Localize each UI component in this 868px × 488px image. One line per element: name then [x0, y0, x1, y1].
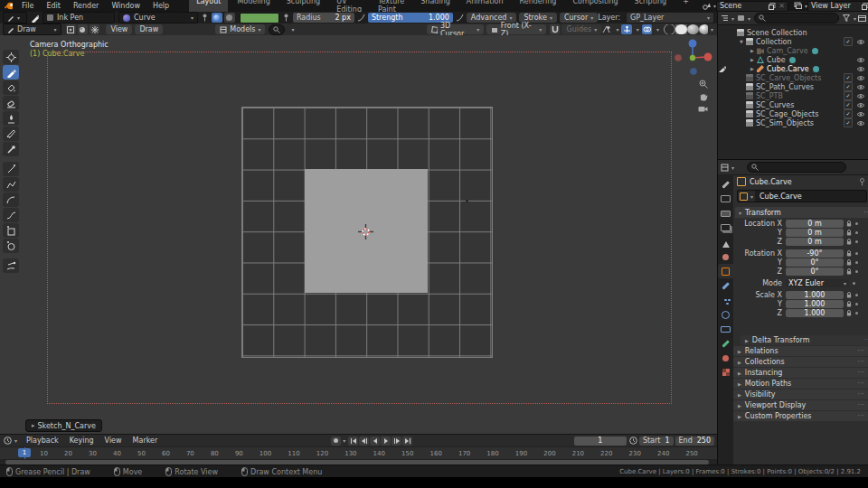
transform-value-field[interactable]: 0 m ▾: [786, 238, 844, 246]
properties-tab-texture[interactable]: [718, 365, 733, 380]
view-object-types-icon[interactable]: [601, 24, 611, 34]
mode-selector[interactable]: Draw▾: [3, 23, 61, 35]
expand-arrow[interactable]: ▼: [740, 39, 746, 44]
properties-tab-scene[interactable]: [718, 235, 733, 249]
outliner-item-label[interactable]: Cube: [767, 56, 786, 64]
properties-tab-render[interactable]: [718, 192, 733, 206]
panel-header[interactable]: ▶ Instancing: [733, 368, 868, 378]
unlink-scene-icon[interactable]: ✕: [778, 2, 785, 10]
outliner-row[interactable]: ▶ Cam_Carve ✓: [727, 46, 868, 55]
tool-interpolate[interactable]: [3, 258, 19, 273]
view-object-types-chevron[interactable]: ▾: [616, 26, 618, 33]
outliner-item-label[interactable]: SC_PTB: [756, 92, 783, 100]
properties-tab-view-layer[interactable]: [718, 221, 733, 235]
pan-view-icon[interactable]: [696, 90, 710, 102]
properties-tab-physics[interactable]: [718, 307, 733, 322]
collection-checkbox[interactable]: ✓: [844, 118, 853, 127]
panel-header[interactable]: ▶ Viewport Display: [733, 400, 868, 410]
outliner-item-label[interactable]: SC_Sim_Objects: [756, 119, 814, 127]
outliner-row[interactable]: SC_Path_Curves ✓: [727, 82, 868, 91]
snapping-icon[interactable]: [90, 24, 99, 34]
use-preview-range-icon[interactable]: [629, 436, 637, 445]
topbar-menu-item[interactable]: File: [15, 2, 40, 10]
brush-name-field[interactable]: Ink Pen: [42, 12, 115, 23]
expand-arrow[interactable]: ▶: [750, 48, 757, 53]
animate-dot[interactable]: [855, 303, 858, 305]
viewport-3d[interactable]: Camera Orthographic (1) Cube.Carve ▸ Ske…: [0, 35, 717, 434]
collection-checkbox[interactable]: ✓: [844, 82, 853, 91]
filter-chevron[interactable]: ▾: [854, 15, 856, 22]
asset-category-selector[interactable]: Models▾: [215, 24, 265, 34]
properties-tab-material[interactable]: [718, 351, 733, 365]
outliner-row[interactable]: ▼ Collection ✓: [727, 37, 868, 46]
play-button[interactable]: [381, 436, 391, 446]
timeline-editor-icon[interactable]: [4, 436, 12, 445]
transform-value-field[interactable]: 1.000 ▾: [786, 300, 844, 308]
outliner-item-label[interactable]: Scene Collection: [747, 29, 807, 37]
collection-checkbox[interactable]: ✓: [844, 73, 853, 82]
tool-line[interactable]: [3, 162, 19, 176]
outliner-item-label[interactable]: SC_Path_Curves: [756, 83, 814, 91]
tool-polyline[interactable]: [3, 177, 19, 192]
timeline-menu-item[interactable]: Keying: [64, 436, 99, 445]
blender-logo-icon[interactable]: [5, 2, 13, 10]
transform-panel-header[interactable]: ▾Transform: [735, 207, 868, 218]
previous-keyframe-button[interactable]: [359, 436, 369, 446]
panel-header[interactable]: ▶ Collections: [733, 357, 868, 367]
hide-eye-icon[interactable]: [856, 84, 865, 90]
drawing-plane-selector[interactable]: Front (X-Z)▾: [486, 24, 546, 34]
timeline-menu-item[interactable]: Playback: [21, 436, 64, 445]
hide-eye-icon[interactable]: [856, 120, 865, 127]
outliner-search-input[interactable]: [754, 13, 839, 23]
draw-menu[interactable]: Draw: [135, 24, 163, 34]
outliner-item-label[interactable]: SC_Cage_Objects: [756, 110, 818, 118]
keying-options-chevron[interactable]: ▾: [343, 437, 345, 444]
frame-start-field[interactable]: Start1: [639, 436, 674, 446]
jump-to-start-button[interactable]: [348, 436, 358, 446]
animate-dot[interactable]: [855, 312, 858, 314]
show-gizmo-chevron[interactable]: ▾: [637, 26, 639, 33]
frame-end-field[interactable]: End250: [675, 436, 714, 446]
panel-header[interactable]: ▶ Custom Properties: [733, 411, 868, 421]
tool-erase[interactable]: [3, 96, 19, 110]
collection-checkbox[interactable]: ✓: [844, 91, 853, 100]
material-selector[interactable]: Curve ▾: [118, 12, 198, 23]
hide-eye-icon[interactable]: [856, 93, 865, 99]
animate-dot[interactable]: [855, 222, 858, 225]
object-id-icon[interactable]: ▾: [738, 191, 755, 202]
new-view-layer-icon[interactable]: [862, 3, 868, 10]
outliner-scene-chevron[interactable]: ▾: [748, 15, 750, 22]
tool-fill[interactable]: [3, 80, 19, 95]
tool-draw[interactable]: [3, 65, 19, 80]
drawing-plane-icon[interactable]: [78, 24, 88, 34]
animate-dot[interactable]: [855, 231, 858, 234]
properties-tab-data[interactable]: [718, 336, 733, 351]
lock-icon[interactable]: [846, 292, 852, 298]
lock-icon[interactable]: [846, 301, 852, 307]
brush-icon[interactable]: [31, 14, 39, 22]
outliner-row[interactable]: ▶ Cube.Carve ✓: [727, 64, 868, 73]
transform-value-field[interactable]: 0° ▾: [786, 267, 844, 276]
tool-cursor[interactable]: [3, 50, 19, 64]
asset-search-input[interactable]: [269, 24, 285, 35]
hide-eye-icon[interactable]: [856, 66, 865, 72]
next-keyframe-button[interactable]: [392, 436, 401, 446]
object-name-field[interactable]: ▾ Cube.Carve: [737, 190, 867, 202]
shading-material-button[interactable]: [687, 24, 699, 34]
vertex-color-mode-icon[interactable]: [212, 13, 222, 23]
auto-keying-button[interactable]: [331, 436, 341, 446]
tool-circle[interactable]: [3, 239, 19, 253]
tool-cutter[interactable]: [3, 127, 19, 141]
stroke-placement-icon[interactable]: [66, 24, 76, 34]
animate-dot[interactable]: [853, 282, 855, 285]
radius-slider[interactable]: Radius2 px: [293, 13, 354, 23]
view-layer-name-field[interactable]: View Layer ✕: [807, 1, 868, 12]
navigation-gizmo[interactable]: [673, 37, 714, 82]
filter-icon[interactable]: [843, 14, 851, 23]
collection-checkbox[interactable]: ✓: [844, 100, 853, 109]
hide-eye-icon[interactable]: [856, 57, 865, 63]
camera-view-icon[interactable]: [696, 103, 710, 115]
editor-type-icon[interactable]: [721, 164, 729, 172]
snap-magnet-icon[interactable]: [550, 24, 560, 34]
transform-value-field[interactable]: 1.000 ▾: [786, 309, 844, 317]
